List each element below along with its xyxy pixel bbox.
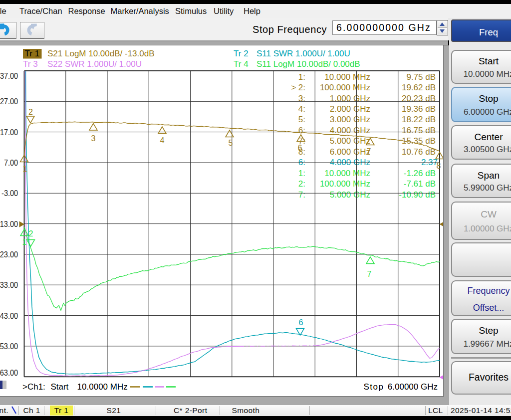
svg-text:Stop: Stop <box>364 382 384 392</box>
svg-text:19.62 dB: 19.62 dB <box>402 83 436 92</box>
svg-text:Tr 4: Tr 4 <box>234 59 249 69</box>
svg-text:-63.00: -63.00 <box>0 368 18 378</box>
svg-text:18.22 dB: 18.22 dB <box>402 115 436 124</box>
svg-text:5:: 5: <box>298 115 305 124</box>
svg-text:10.76 dB: 10.76 dB <box>402 147 436 157</box>
svg-text:6: 6 <box>299 318 303 327</box>
svg-text:-7.61 dB: -7.61 dB <box>404 179 436 189</box>
svg-text:2:: 2: <box>298 83 305 92</box>
svg-text:Tr 2: Tr 2 <box>234 49 249 58</box>
svg-text:5: 5 <box>229 139 233 147</box>
svg-text:2: 2 <box>29 229 33 238</box>
svg-text:7:: 7: <box>298 190 305 200</box>
svg-text:1: 1 <box>23 165 27 173</box>
svg-text:1:: 1: <box>298 72 305 82</box>
svg-text:6:: 6: <box>298 126 305 135</box>
svg-text:S22 SWR 1.000U/ 1.00U: S22 SWR 1.000U/ 1.00U <box>47 59 142 69</box>
svg-text:10.0000 MHz: 10.0000 MHz <box>77 382 128 392</box>
svg-text:-43.00: -43.00 <box>0 311 18 321</box>
svg-text:6.000 GHz: 6.000 GHz <box>330 147 370 157</box>
svg-text:100.000 MHz: 100.000 MHz <box>320 83 370 92</box>
svg-text:-23.00: -23.00 <box>0 250 18 259</box>
svg-text:15.35 dB: 15.35 dB <box>402 136 436 146</box>
svg-text:S21 LogM 10.00dB/ -13.0dB: S21 LogM 10.00dB/ -13.0dB <box>47 49 155 58</box>
svg-text:>Ch1:: >Ch1: <box>22 382 45 392</box>
svg-text:S11 LogM 10.00dB/ 0.00dB: S11 LogM 10.00dB/ 0.00dB <box>256 59 360 69</box>
svg-text:>: > <box>291 83 296 92</box>
svg-text:7: 7 <box>367 270 372 278</box>
svg-text:3.000 GHz: 3.000 GHz <box>330 115 370 124</box>
svg-text:100.000 MHz: 100.000 MHz <box>320 179 370 189</box>
svg-text:Tr 3: Tr 3 <box>23 59 38 69</box>
svg-text:-3.00: -3.00 <box>1 189 18 198</box>
svg-text:19.36 dB: 19.36 dB <box>402 104 436 114</box>
svg-text:7: 7 <box>367 147 371 156</box>
svg-text:-13.00: -13.00 <box>0 219 18 229</box>
svg-text:2.000 GHz: 2.000 GHz <box>330 104 370 114</box>
svg-text:2:: 2: <box>298 179 305 189</box>
svg-text:5.000 GHz: 5.000 GHz <box>330 136 370 146</box>
svg-text:Tr 1: Tr 1 <box>25 49 40 58</box>
svg-text:27.00: 27.00 <box>0 97 18 106</box>
svg-text:-1.26 dB: -1.26 dB <box>404 169 436 178</box>
svg-text:7.00: 7.00 <box>4 158 18 168</box>
svg-text:Start: Start <box>50 382 68 392</box>
svg-text:2: 2 <box>28 108 33 116</box>
svg-text:4:: 4: <box>298 104 305 114</box>
svg-text:-10.90 dB: -10.90 dB <box>399 190 436 200</box>
svg-text:6: 6 <box>298 144 302 152</box>
svg-text:10.000 MHz: 10.000 MHz <box>324 72 370 82</box>
svg-text:4: 4 <box>160 136 165 145</box>
svg-text:8: 8 <box>437 162 441 170</box>
svg-text:37.00: 37.00 <box>0 71 18 81</box>
svg-text:16.75 dB: 16.75 dB <box>402 126 436 135</box>
svg-text:6.00000 GHz: 6.00000 GHz <box>388 382 438 392</box>
svg-text:10.000 MHz: 10.000 MHz <box>324 169 370 178</box>
svg-text:1:: 1: <box>298 169 305 178</box>
svg-text:-53.00: -53.00 <box>0 342 18 351</box>
svg-text:4.000 GHz: 4.000 GHz <box>330 126 370 135</box>
svg-text:S11 SWR 1.000U/ 1.00U: S11 SWR 1.000U/ 1.00U <box>256 49 350 58</box>
svg-text:9.75 dB: 9.75 dB <box>406 72 436 82</box>
svg-text:1: 1 <box>22 238 27 246</box>
svg-text:-33.00: -33.00 <box>0 280 18 290</box>
svg-text:3: 3 <box>91 134 96 143</box>
svg-text:5.000 GHz: 5.000 GHz <box>330 190 370 200</box>
svg-text:17.00: 17.00 <box>0 128 18 137</box>
